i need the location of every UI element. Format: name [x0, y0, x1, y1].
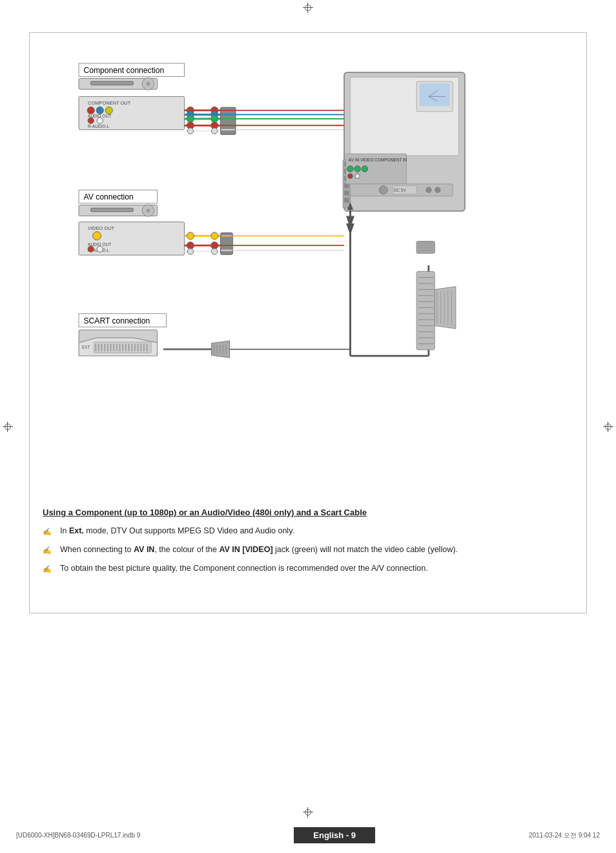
note-item-2: ✍ When connecting to AV IN, the colour o…	[43, 544, 573, 556]
svg-point-90	[88, 246, 94, 252]
note-icon-1: ✍	[43, 526, 57, 537]
svg-text:SCART connection: SCART connection	[84, 316, 150, 325]
svg-point-23	[211, 115, 218, 122]
svg-point-61	[355, 174, 360, 178]
svg-point-9	[96, 107, 103, 114]
note-text-3: To obtain the best picture quality, the …	[60, 562, 573, 575]
svg-point-11	[88, 118, 94, 123]
svg-marker-155	[435, 287, 456, 329]
page-number-text: English - 9	[313, 830, 356, 840]
note-text-2: When connecting to AV IN, the colour of …	[60, 544, 573, 556]
note-text-1: In Ext. mode, DTV Out supports MPEG SD V…	[60, 525, 573, 537]
connection-diagram: Component connection COMPONENT OUT	[43, 46, 573, 485]
note-item-3: ✍ To obtain the best picture quality, th…	[43, 562, 573, 575]
svg-point-59	[362, 166, 367, 172]
note-item-1: ✍ In Ext. mode, DTV Out supports MPEG SD…	[43, 525, 573, 537]
svg-point-91	[97, 246, 103, 252]
diagram-area: Component connection COMPONENT OUT	[43, 46, 573, 485]
svg-point-94	[211, 232, 218, 240]
section-title: Using a Component (up to 1080p) or an Au…	[43, 508, 573, 517]
file-info-left: [UD6000-XH]BN68-03469D-LPRL17.indb 9	[16, 832, 140, 839]
svg-point-97	[211, 242, 218, 249]
svg-point-57	[347, 166, 353, 172]
svg-rect-82	[91, 208, 133, 212]
svg-point-28	[187, 128, 193, 134]
svg-point-93	[187, 232, 194, 240]
page-container: Component connection COMPONENT OUT	[0, 0, 616, 853]
svg-rect-54	[344, 198, 349, 202]
reg-mark-right	[603, 422, 613, 432]
reg-mark-left	[3, 422, 13, 432]
note-icon-2: ✍	[43, 545, 57, 555]
svg-point-63	[379, 186, 387, 194]
svg-point-87	[93, 232, 101, 240]
svg-point-8	[87, 107, 94, 114]
svg-text:AV connection: AV connection	[84, 192, 134, 201]
reg-mark-bottom	[303, 807, 313, 817]
page-number-box: English - 9	[294, 827, 375, 843]
page-footer: [UD6000-XH]BN68-03469D-LPRL17.indb 9 Eng…	[0, 827, 616, 843]
svg-point-5	[147, 82, 150, 86]
svg-point-66	[426, 187, 431, 193]
svg-point-22	[187, 115, 194, 122]
reg-mark-top	[303, 3, 313, 13]
svg-text:R-AUDIO-L: R-AUDIO-L	[88, 124, 110, 128]
svg-point-12	[97, 118, 103, 123]
svg-rect-3	[91, 81, 133, 85]
svg-text:VIDEO OUT: VIDEO OUT	[88, 225, 115, 231]
svg-point-10	[105, 107, 112, 114]
svg-point-100	[212, 249, 218, 254]
svg-point-67	[435, 187, 440, 193]
svg-text:DC 5V: DC 5V	[394, 188, 407, 192]
svg-text:AUDIO OUT: AUDIO OUT	[88, 114, 111, 118]
svg-rect-44	[420, 83, 450, 106]
note-icon-3: ✍	[43, 564, 57, 574]
svg-text:EXT: EXT	[82, 345, 90, 349]
svg-point-60	[348, 174, 353, 178]
svg-text:COMPONENT OUT: COMPONENT OUT	[88, 100, 131, 106]
svg-text:AV IN  VIDEO  COMPONENT IN: AV IN VIDEO COMPONENT IN	[349, 158, 407, 162]
svg-text:Component connection: Component connection	[84, 66, 165, 75]
svg-point-96	[187, 242, 194, 249]
svg-rect-30	[221, 107, 236, 134]
svg-point-58	[354, 166, 360, 172]
notes-section: Using a Component (up to 1080p) or an Au…	[43, 498, 573, 574]
file-info-right: 2011-03-24 오전 9:04 12	[529, 831, 600, 840]
svg-point-84	[147, 209, 150, 212]
svg-point-29	[212, 128, 218, 134]
svg-point-99	[187, 249, 193, 254]
svg-rect-53	[344, 190, 349, 195]
main-content-box: Component connection COMPONENT OUT	[29, 32, 587, 613]
